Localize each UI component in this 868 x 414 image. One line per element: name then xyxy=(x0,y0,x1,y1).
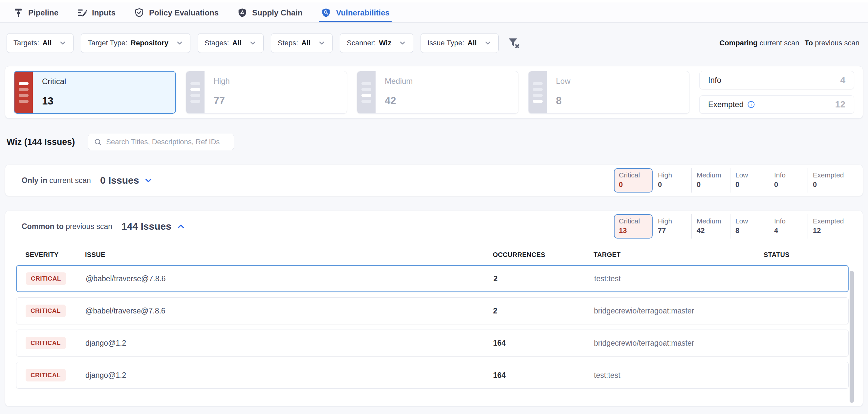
filter-value: Wiz xyxy=(379,39,391,47)
vulnerabilities-icon xyxy=(321,7,331,18)
filter-steps[interactable]: Steps:All xyxy=(271,33,333,53)
chip-info[interactable]: Info0 xyxy=(769,168,808,193)
chip-low[interactable]: Low8 xyxy=(730,214,769,239)
table-row[interactable]: CRITICALdjango@1.2164bridgecrewio/terrag… xyxy=(16,330,849,356)
issue-cell: @babel/traverse@7.8.6 xyxy=(85,306,493,316)
tab-vulnerabilities[interactable]: Vulnerabilities xyxy=(321,3,389,22)
severity-card-high[interactable]: High77 xyxy=(186,71,347,114)
top-edge xyxy=(0,0,868,3)
side-card-count: 4 xyxy=(840,75,845,85)
chip-low[interactable]: Low0 xyxy=(730,168,769,193)
search-box[interactable] xyxy=(88,134,234,150)
chip-high[interactable]: High0 xyxy=(653,168,691,193)
chip-count: 13 xyxy=(619,227,652,235)
severity-cell: CRITICAL xyxy=(26,369,85,382)
tab-inputs[interactable]: Inputs xyxy=(77,3,116,22)
tab-policy-evaluations[interactable]: Policy Evaluations xyxy=(134,3,219,22)
search-icon xyxy=(94,138,102,146)
severity-badge: CRITICAL xyxy=(26,369,66,382)
column-header-severity: SEVERITY xyxy=(25,251,85,259)
filter-label: Target Type: xyxy=(88,39,127,47)
chip-label: Medium xyxy=(696,171,730,179)
severity-cell: CRITICAL xyxy=(26,272,86,285)
only-in-bold: Only in xyxy=(22,176,47,185)
tab-supply-chain[interactable]: Supply Chain xyxy=(237,3,302,22)
occurrences-cell: 2 xyxy=(493,306,594,316)
severity-card-medium[interactable]: Medium42 xyxy=(357,71,518,114)
tab-bar: PipelineInputsPolicy EvaluationsSupply C… xyxy=(0,3,868,23)
severity-card-body: High77 xyxy=(205,71,230,113)
table-row[interactable]: CRITICALdjango@1.2164test:test xyxy=(16,362,849,389)
info-icon[interactable] xyxy=(747,100,755,109)
target-cell: bridgecrewio/terragoat:master xyxy=(594,339,764,348)
search-input[interactable] xyxy=(106,138,228,146)
severity-gauge-icon xyxy=(357,71,376,113)
filter-scanner[interactable]: Scanner:Wiz xyxy=(340,33,413,53)
tab-pipeline[interactable]: Pipeline xyxy=(13,3,58,22)
side-card-count: 12 xyxy=(835,99,845,110)
chip-critical[interactable]: Critical0 xyxy=(614,168,653,193)
chip-label: Medium xyxy=(696,217,730,225)
clear-filters-icon[interactable] xyxy=(507,36,520,50)
chip-count: 4 xyxy=(774,227,808,235)
filter-target-type[interactable]: Target Type:Repository xyxy=(81,33,190,53)
issue-cell: django@1.2 xyxy=(85,371,493,380)
filter-stages[interactable]: Stages:All xyxy=(198,33,264,53)
common-severity-chips: Critical13High77Medium42Low8Info4Exempte… xyxy=(614,214,846,239)
common-rest: previous scan xyxy=(66,222,112,231)
chip-exempted[interactable]: Exempted12 xyxy=(808,214,846,239)
chip-critical[interactable]: Critical13 xyxy=(614,214,653,239)
occurrences-cell: 164 xyxy=(493,371,594,380)
chevron-down-icon[interactable] xyxy=(144,175,153,185)
issue-cell: django@1.2 xyxy=(85,339,493,348)
severity-card-body: Low8 xyxy=(547,71,570,113)
side-card-label: Info xyxy=(708,76,721,85)
scanner-heading: Wiz (144 Issues) xyxy=(6,137,75,147)
table-row[interactable]: CRITICAL@babel/traverse@7.8.62test:test xyxy=(16,265,849,292)
occurrences-cell: 164 xyxy=(493,339,594,348)
severity-card-body: Medium42 xyxy=(376,71,413,113)
filter-label: Issue Type: xyxy=(428,39,464,47)
severity-card-critical[interactable]: Critical13 xyxy=(14,71,176,114)
severity-card-low[interactable]: Low8 xyxy=(528,71,690,114)
common-label: Common to previous scan xyxy=(22,222,112,231)
severity-badge: CRITICAL xyxy=(26,272,66,285)
supply-chain-icon xyxy=(237,7,248,18)
severity-card-label: High xyxy=(214,77,230,86)
chip-medium[interactable]: Medium42 xyxy=(691,214,730,239)
severity-card-info[interactable]: Info4 xyxy=(699,71,854,89)
chevron-down-icon xyxy=(176,39,184,47)
vulnerabilities-page: PipelineInputsPolicy EvaluationsSupply C… xyxy=(0,0,868,414)
chevron-down-icon xyxy=(484,39,492,47)
chip-label: Exempted xyxy=(813,171,846,179)
filter-label: Scanner: xyxy=(347,39,376,47)
tab-label: Pipeline xyxy=(28,8,58,18)
chip-medium[interactable]: Medium0 xyxy=(691,168,730,193)
comparing-to: To xyxy=(805,39,813,47)
filter-issue-type[interactable]: Issue Type:All xyxy=(421,33,499,53)
chip-info[interactable]: Info4 xyxy=(769,214,808,239)
table-row[interactable]: CRITICAL@babel/traverse@7.8.62bridgecrew… xyxy=(16,297,849,324)
chip-count: 12 xyxy=(813,227,846,235)
occurrences-cell: 2 xyxy=(493,274,594,283)
chip-high[interactable]: High77 xyxy=(653,214,691,239)
policy-evaluations-icon xyxy=(134,7,145,18)
severity-summary: Critical13High77Medium42Low8 Info4Exempt… xyxy=(5,66,863,119)
filter-label: Targets: xyxy=(13,39,39,47)
chip-count: 8 xyxy=(735,227,769,235)
severity-card-exempted[interactable]: Exempted12 xyxy=(699,95,854,114)
chevron-up-icon[interactable] xyxy=(176,221,186,231)
severity-card-label: Medium xyxy=(385,77,413,86)
issues-table-header: SEVERITYISSUEOCCURRENCESTARGETSTATUS xyxy=(16,251,849,259)
filter-value: All xyxy=(301,39,311,47)
filter-value: Repository xyxy=(131,39,168,47)
filter-targets[interactable]: Targets:All xyxy=(6,33,73,53)
chip-count: 0 xyxy=(813,180,846,189)
column-header-issue: ISSUE xyxy=(85,251,493,259)
severity-card-count: 77 xyxy=(214,95,230,107)
chip-exempted[interactable]: Exempted0 xyxy=(808,168,846,193)
filter-bar: Targets:AllTarget Type:RepositoryStages:… xyxy=(6,33,863,53)
inputs-icon xyxy=(77,7,87,18)
chevron-down-icon xyxy=(399,39,406,47)
table-scrollbar[interactable] xyxy=(849,271,854,403)
